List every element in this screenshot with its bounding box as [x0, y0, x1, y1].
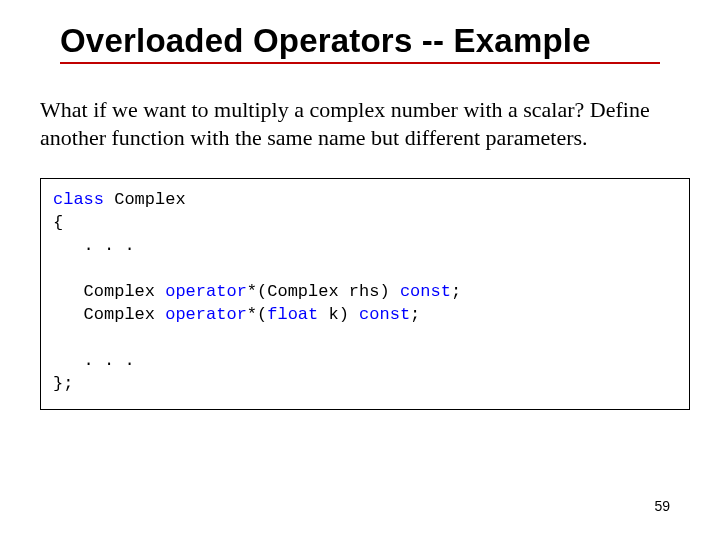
keyword-class: class — [53, 190, 104, 209]
slide: Overloaded Operators -- Example What if … — [0, 0, 720, 540]
slide-body-text: What if we want to multiply a complex nu… — [40, 96, 690, 151]
slide-title: Overloaded Operators -- Example — [60, 22, 660, 64]
keyword-operator: operator — [165, 305, 247, 324]
keyword-operator: operator — [165, 282, 247, 301]
keyword-float: float — [267, 305, 318, 324]
page-number: 59 — [654, 498, 670, 514]
keyword-const: const — [400, 282, 451, 301]
keyword-const: const — [359, 305, 410, 324]
code-text: }; — [53, 374, 73, 393]
code-text: Complex — [104, 190, 186, 209]
code-text: k) — [318, 305, 359, 324]
code-text: ; — [410, 305, 420, 324]
code-text: Complex — [53, 282, 165, 301]
code-text: *( — [247, 305, 267, 324]
code-text: *(Complex rhs) — [247, 282, 400, 301]
code-text: ; — [451, 282, 461, 301]
code-text: . . . — [53, 351, 135, 370]
code-text: . . . — [53, 236, 135, 255]
code-text: { — [53, 213, 63, 232]
code-text: Complex — [53, 305, 165, 324]
code-block: class Complex { . . . Complex operator*(… — [40, 178, 690, 410]
